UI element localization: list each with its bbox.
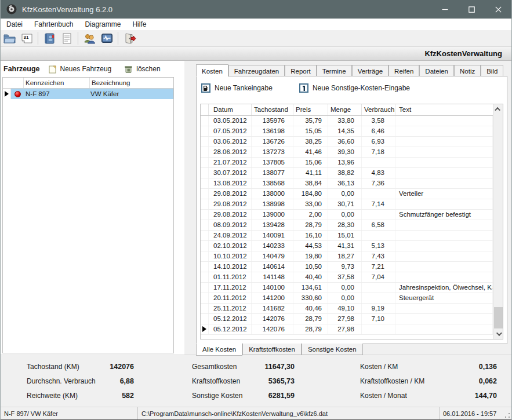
- delete-vehicle-button[interactable]: löschen: [124, 65, 160, 74]
- cell-menge[interactable]: 37,58: [328, 272, 362, 282]
- cell-menge[interactable]: 0,00: [328, 189, 362, 199]
- table-row[interactable]: 02.10.201214023344,5341,315,13: [201, 241, 493, 251]
- cell-menge[interactable]: 38,82: [328, 168, 362, 178]
- cell-text[interactable]: [395, 199, 493, 209]
- cell-tachostand[interactable]: 138998: [252, 199, 293, 209]
- table-row[interactable]: 05.12.201214207628,7927,987,10: [201, 314, 493, 324]
- exit-button[interactable]: [121, 31, 137, 46]
- cell-tachostand[interactable]: 139000: [252, 210, 293, 220]
- cell-bezeichnung[interactable]: VW Käfer: [89, 89, 173, 99]
- header-menge[interactable]: Menge: [328, 104, 362, 115]
- cell-datum[interactable]: 07.05.2012: [209, 126, 252, 136]
- cell-verbrauch[interactable]: 7,43: [362, 251, 395, 261]
- cell-menge[interactable]: 33,80: [328, 116, 362, 126]
- cell-datum[interactable]: 05.12.2012: [209, 324, 252, 334]
- cell-text[interactable]: [395, 304, 493, 313]
- table-row[interactable]: 21.07.201213780515,0613,96: [201, 158, 493, 168]
- cell-tachostand[interactable]: 140100: [252, 283, 293, 293]
- menu-fahrtenbuch[interactable]: Fahrtenbuch: [28, 19, 79, 30]
- header-verbrauch[interactable]: Verbrauch: [362, 104, 395, 115]
- cell-menge[interactable]: 39,30: [328, 147, 362, 157]
- statistics-button[interactable]: [99, 31, 115, 46]
- cell-datum[interactable]: 08.09.2012: [209, 220, 252, 230]
- table-row[interactable]: 10.10.201214047919,8018,277,43: [201, 251, 493, 262]
- cell-verbrauch[interactable]: 7,18: [362, 147, 395, 157]
- cell-datum[interactable]: 10.10.2012: [209, 251, 252, 261]
- cell-menge[interactable]: 36,60: [328, 137, 362, 147]
- cell-tachostand[interactable]: 139428: [252, 220, 293, 230]
- cell-datum[interactable]: 05.12.2012: [209, 314, 252, 324]
- scrollbar-thumb[interactable]: [494, 307, 503, 328]
- cell-preis[interactable]: 15,05: [293, 126, 328, 136]
- table-row[interactable]: 14.10.201214061410,509,737,21: [201, 262, 493, 272]
- cell-text[interactable]: [395, 178, 493, 188]
- cell-verbrauch[interactable]: [362, 324, 395, 334]
- cell-menge[interactable]: 27,98: [328, 314, 362, 324]
- maximize-button[interactable]: [458, 0, 485, 19]
- cell-tachostand[interactable]: 140091: [252, 231, 293, 240]
- cell-verbrauch[interactable]: [362, 210, 395, 220]
- address-book-button[interactable]: [41, 31, 57, 46]
- cell-datum[interactable]: 29.08.2012: [209, 189, 252, 199]
- cell-tachostand[interactable]: 142076: [252, 314, 293, 324]
- cell-verbrauch[interactable]: [362, 293, 395, 303]
- cell-text[interactable]: [395, 231, 493, 240]
- table-row[interactable]: 28.06.201213727341,4639,307,18: [201, 147, 493, 158]
- tab-alle-kosten[interactable]: Alle Kosten: [196, 343, 242, 356]
- table-row[interactable]: 13.08.201213856838,8436,137,36: [201, 178, 493, 189]
- new-vehicle-button[interactable]: Neues Fahrzeug: [48, 65, 112, 74]
- table-row[interactable]: 29.08.2012138000184,800,00Verteiler: [201, 189, 493, 199]
- cell-preis[interactable]: 19,80: [293, 251, 328, 261]
- cell-verbrauch[interactable]: 4,83: [362, 168, 395, 178]
- tab-report[interactable]: Report: [285, 65, 317, 76]
- cell-verbrauch[interactable]: 7,10: [362, 314, 395, 324]
- table-row[interactable]: 08.09.201213942828,7928,306,58: [201, 220, 493, 231]
- cell-preis[interactable]: 16,10: [293, 231, 328, 240]
- cell-text[interactable]: Steuergerät: [395, 293, 493, 303]
- cell-preis[interactable]: 28,79: [293, 314, 328, 324]
- cell-preis[interactable]: 184,80: [293, 189, 328, 199]
- menu-hilfe[interactable]: Hilfe: [126, 19, 152, 30]
- table-row[interactable]: 25.11.201214168240,4649,109,19: [201, 304, 493, 314]
- cell-datum[interactable]: 28.06.2012: [209, 147, 252, 157]
- cell-preis[interactable]: 44,53: [293, 241, 328, 251]
- cell-menge[interactable]: 13,96: [328, 158, 362, 167]
- vehicles-header-kennzeichen[interactable]: Kennzeichen: [24, 78, 90, 88]
- cell-preis[interactable]: 35,79: [293, 116, 328, 126]
- cell-preis[interactable]: 330,60: [293, 293, 328, 303]
- cell-datum[interactable]: 29.08.2012: [209, 210, 252, 220]
- close-button[interactable]: [485, 0, 511, 19]
- table-row[interactable]: 30.07.201213807741,1138,824,83: [201, 168, 493, 178]
- cell-preis[interactable]: 38,25: [293, 137, 328, 147]
- cell-verbrauch[interactable]: 7,21: [362, 262, 395, 272]
- cell-tachostand[interactable]: 137273: [252, 147, 293, 157]
- cell-verbrauch[interactable]: [362, 158, 395, 167]
- tab-vertraege[interactable]: Verträge: [352, 65, 388, 76]
- cell-preis[interactable]: 10,50: [293, 262, 328, 272]
- menu-datei[interactable]: Datei: [1, 19, 28, 30]
- cell-text[interactable]: [395, 168, 493, 178]
- cell-menge[interactable]: 28,30: [328, 220, 362, 230]
- cell-verbrauch[interactable]: [362, 231, 395, 240]
- cell-datum[interactable]: 30.07.2012: [209, 168, 252, 178]
- cell-verbrauch[interactable]: 5,13: [362, 241, 395, 251]
- tab-sonstige-kosten[interactable]: Sonstige Kosten: [302, 344, 363, 355]
- cell-text[interactable]: Jahresinspektion, Ölwechsel, Kabelbru: [395, 283, 493, 293]
- cell-tachostand[interactable]: 137805: [252, 158, 293, 167]
- new-other-cost-button[interactable]: Neue Sonstige-Kosten-Eingabe: [299, 83, 410, 93]
- cell-text[interactable]: Schmutzfänger befestigt: [395, 210, 493, 220]
- cell-menge[interactable]: 27,98: [328, 324, 362, 334]
- tab-bild[interactable]: Bild: [481, 65, 503, 76]
- tab-dateien[interactable]: Dateien: [419, 65, 454, 76]
- cell-text[interactable]: [395, 251, 493, 261]
- table-row[interactable]: N-F 897 VW Käfer: [3, 89, 173, 99]
- table-row[interactable]: 29.08.20121390002,000,00Schmutzfänger be…: [201, 210, 493, 220]
- cell-verbrauch[interactable]: 3,58: [362, 116, 395, 126]
- cell-menge[interactable]: 36,13: [328, 178, 362, 188]
- vehicles-header-bezeichnung[interactable]: Bezeichnung: [90, 78, 173, 88]
- cell-verbrauch[interactable]: 6,58: [362, 220, 395, 230]
- cell-datum[interactable]: 21.07.2012: [209, 158, 252, 167]
- cell-preis[interactable]: 40,46: [293, 304, 328, 313]
- cell-menge[interactable]: 41,31: [328, 241, 362, 251]
- cell-preis[interactable]: 41,11: [293, 168, 328, 178]
